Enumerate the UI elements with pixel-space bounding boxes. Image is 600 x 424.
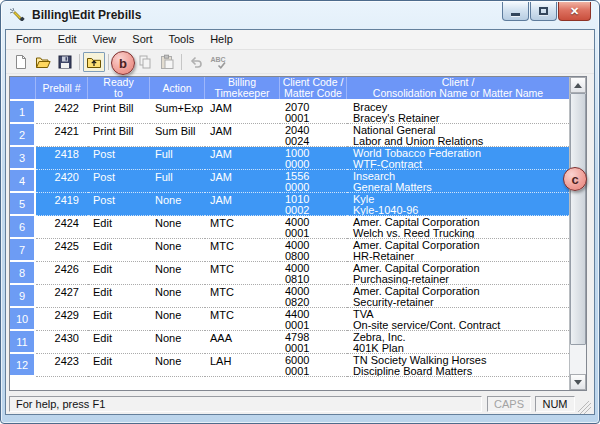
cell-action[interactable]: None (150, 308, 205, 331)
cell-action[interactable]: Sum Bill (150, 124, 205, 147)
menu-sort[interactable]: Sort (124, 31, 160, 48)
menu-edit[interactable]: Edit (50, 31, 85, 48)
cell-billing-timekeeper[interactable]: JAM (205, 101, 280, 124)
cell-prebill-number[interactable]: 2422 (36, 101, 88, 124)
cell-prebill-number[interactable]: 2425 (36, 239, 88, 262)
cell-client-matter-code[interactable]: 1556 0000 (280, 170, 347, 193)
table-row[interactable]: 7 2425 Edit None MTC 4000 0800 Amer. Cap… (10, 239, 569, 262)
cell-prebill-number[interactable]: 2421 (36, 124, 88, 147)
cell-billing-timekeeper[interactable]: MTC (205, 216, 280, 239)
cell-client-matter-name[interactable]: TVA On-site service/Cont. Contract (347, 308, 569, 331)
cell-billing-timekeeper[interactable]: JAM (205, 170, 280, 193)
cell-action[interactable]: None (150, 262, 205, 285)
cell-client-matter-name[interactable]: Zebra, Inc. 401K Plan (347, 331, 569, 354)
cell-ready-to[interactable]: Edit (88, 308, 150, 331)
cell-ready-to[interactable]: Post (88, 147, 150, 170)
cell-billing-timekeeper[interactable]: MTC (205, 285, 280, 308)
row-number-cell[interactable]: 7 (10, 239, 36, 262)
header-billing-timekeeper[interactable]: BillingTimekeeper (205, 77, 280, 99)
save-button[interactable] (54, 52, 76, 72)
cell-client-matter-code[interactable]: 1010 0002 (280, 193, 347, 216)
scrollbar-thumb[interactable] (570, 93, 586, 345)
resize-grip[interactable] (578, 401, 591, 414)
table-row[interactable]: 10 2429 Edit None MTC 4400 0001 TVA On-s… (10, 308, 569, 331)
cell-action[interactable]: Full (150, 147, 205, 170)
cell-client-matter-name[interactable]: Amer. Capital Corporation Welch vs. Reed… (347, 216, 569, 239)
table-row[interactable]: 3 2418 Post Full JAM 1000 0000 World Tob… (10, 147, 569, 170)
cell-ready-to[interactable]: Edit (88, 331, 150, 354)
cell-billing-timekeeper[interactable]: JAM (205, 147, 280, 170)
header-client-matter-name[interactable]: Client /Consolidation Name or Matter Nam… (347, 77, 569, 99)
cell-prebill-number[interactable]: 2429 (36, 308, 88, 331)
header-action[interactable]: Action (150, 77, 205, 99)
cell-billing-timekeeper[interactable]: MTC (205, 308, 280, 331)
scroll-down-button[interactable] (570, 374, 586, 390)
header-corner[interactable] (10, 77, 36, 99)
paste-button[interactable] (156, 52, 178, 72)
cell-prebill-number[interactable]: 2424 (36, 216, 88, 239)
cell-action[interactable]: Full (150, 170, 205, 193)
row-number-cell[interactable]: 1 (10, 101, 36, 124)
vertical-scrollbar[interactable] (569, 77, 586, 390)
cell-client-matter-name[interactable]: Amer. Capital Corporation Purchasing-ret… (347, 262, 569, 285)
table-row[interactable]: 5 2419 Post None JAM 1010 0002 Kyle Kyle… (10, 193, 569, 216)
cell-client-matter-name[interactable]: World Tobacco Federation WTF-Contract (347, 147, 569, 170)
row-number-cell[interactable]: 12 (10, 354, 36, 377)
table-row[interactable]: 4 2420 Post Full JAM 1556 0000 Insearch … (10, 170, 569, 193)
table-row[interactable]: 1 2422 Print Bill Sum+Exp JAM 2070 0001 … (10, 101, 569, 124)
cell-billing-timekeeper[interactable]: LAH (205, 354, 280, 377)
spellcheck-button[interactable]: ABC (207, 52, 229, 72)
cell-prebill-number[interactable]: 2418 (36, 147, 88, 170)
row-number-cell[interactable]: 8 (10, 262, 36, 285)
cell-billing-timekeeper[interactable]: MTC (205, 262, 280, 285)
cell-client-matter-code[interactable]: 2070 0001 (280, 101, 347, 124)
cell-client-matter-name[interactable]: Amer. Capital Corporation Security-retai… (347, 285, 569, 308)
cell-action[interactable]: None (150, 331, 205, 354)
table-row[interactable]: 2 2421 Print Bill Sum Bill JAM 2040 0024… (10, 124, 569, 147)
cell-client-matter-code[interactable]: 4000 0800 (280, 239, 347, 262)
cell-action[interactable]: Sum+Exp (150, 101, 205, 124)
cell-action[interactable]: None (150, 216, 205, 239)
table-row[interactable]: 11 2430 Edit None AAA 4798 0001 Zebra, I… (10, 331, 569, 354)
cell-ready-to[interactable]: Edit (88, 354, 150, 377)
close-button[interactable]: ✕ (558, 2, 591, 21)
cell-client-matter-name[interactable]: Amer. Capital Corporation HR-Retainer (347, 239, 569, 262)
cell-client-matter-name[interactable]: Bracey Bracey's Retainer (347, 101, 569, 124)
cell-client-matter-code[interactable]: 4798 0001 (280, 331, 347, 354)
scrollbar-track[interactable] (570, 345, 586, 374)
cell-action[interactable]: None (150, 285, 205, 308)
table-row[interactable]: 8 2426 Edit None MTC 4000 0810 Amer. Cap… (10, 262, 569, 285)
undo-button[interactable] (185, 52, 207, 72)
row-number-cell[interactable]: 4 (10, 170, 36, 193)
cell-ready-to[interactable]: Edit (88, 262, 150, 285)
cell-client-matter-code[interactable]: 6000 0001 (280, 354, 347, 377)
cell-client-matter-code[interactable]: 4000 0001 (280, 216, 347, 239)
cell-ready-to[interactable]: Edit (88, 285, 150, 308)
cell-billing-timekeeper[interactable]: AAA (205, 331, 280, 354)
row-number-cell[interactable]: 11 (10, 331, 36, 354)
table-row[interactable]: 6 2424 Edit None MTC 4000 0001 Amer. Cap… (10, 216, 569, 239)
menu-view[interactable]: View (85, 31, 125, 48)
open-button[interactable] (32, 52, 54, 72)
row-number-cell[interactable]: 6 (10, 216, 36, 239)
header-prebill-number[interactable]: Prebill # (36, 77, 88, 99)
table-row[interactable]: 12 2423 Edit None LAH 6000 0001 TN Socie… (10, 354, 569, 377)
cell-ready-to[interactable]: Edit (88, 239, 150, 262)
cell-action[interactable]: None (150, 239, 205, 262)
menu-tools[interactable]: Tools (160, 31, 202, 48)
cell-billing-timekeeper[interactable]: JAM (205, 193, 280, 216)
menu-help[interactable]: Help (202, 31, 241, 48)
cell-client-matter-code[interactable]: 2040 0024 (280, 124, 347, 147)
cell-ready-to[interactable]: Edit (88, 216, 150, 239)
cell-billing-timekeeper[interactable]: JAM (205, 124, 280, 147)
minimize-button[interactable] (502, 2, 529, 21)
table-row[interactable]: 9 2427 Edit None MTC 4000 0820 Amer. Cap… (10, 285, 569, 308)
cell-prebill-number[interactable]: 2427 (36, 285, 88, 308)
row-number-cell[interactable]: 9 (10, 285, 36, 308)
header-client-matter-code[interactable]: Client Code /Matter Code (280, 77, 347, 99)
new-document-button[interactable] (10, 52, 32, 72)
title-bar[interactable]: Billing\Edit Prebills ✕ (1, 1, 599, 29)
cell-prebill-number[interactable]: 2419 (36, 193, 88, 216)
row-number-cell[interactable]: 10 (10, 308, 36, 331)
cell-ready-to[interactable]: Post (88, 193, 150, 216)
